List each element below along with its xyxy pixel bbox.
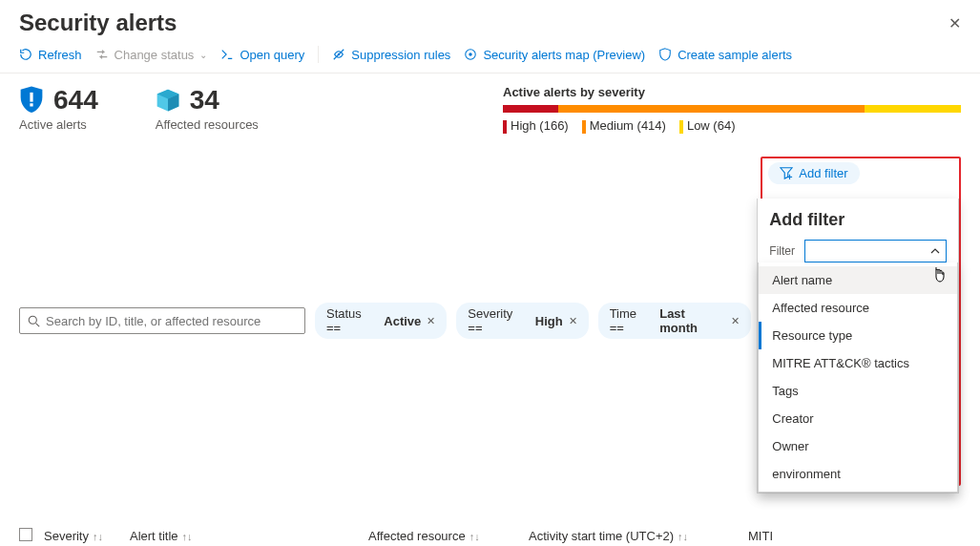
severity-bar-low [865,105,961,113]
filter-option-owner[interactable]: Owner [759,432,957,460]
change-status-button: Change status ⌄ [95,48,208,62]
col-title[interactable]: Alert title↑↓ [130,529,368,543]
shield-icon [658,48,672,61]
summary-bar: 644 Active alerts 34 Affected resources … [0,74,980,139]
search-box[interactable] [19,307,305,334]
sample-alerts-button[interactable]: Create sample alerts [658,48,792,62]
suppression-icon [332,48,345,61]
filter-pill-status[interactable]: Status == Active✕ [315,303,447,339]
filter-pill-severity[interactable]: Severity == High✕ [456,303,588,339]
toolbar: Refresh Change status ⌄ Open query Suppr… [0,42,980,74]
chevron-down-icon: ⌄ [199,50,207,60]
filter-option-tags[interactable]: Tags [759,377,957,405]
filter-option-affected-resource[interactable]: Affected resource [759,294,957,322]
col-mitre[interactable]: MITI [748,529,961,543]
active-alerts-metric: 644 Active alerts [19,85,98,132]
filters-bar: Status == Active✕ Severity == High✕ Time… [0,139,980,494]
filter-option-environment[interactable]: environment [759,460,957,488]
svg-rect-4 [30,93,32,102]
open-query-label: Open query [240,48,304,62]
table-header: Severity↑↓ Alert title↑↓ Affected resour… [11,522,961,546]
map-icon [464,48,477,61]
add-filter-title: Add filter [769,210,947,230]
filter-add-icon [780,166,793,179]
refresh-label: Refresh [38,48,82,62]
refresh-button[interactable]: Refresh [19,48,82,62]
severity-bar-medium [558,105,865,113]
alerts-table: Severity↑↓ Alert title↑↓ Affected resour… [0,522,980,546]
affected-resources-metric: 34 Affected resources [156,85,259,132]
filter-combobox[interactable] [804,240,947,262]
severity-bar-high [503,105,558,113]
filter-option-mitre[interactable]: MITRE ATT&CK® tactics [759,349,957,377]
severity-breakdown: Active alerts by severity High (166) Med… [503,85,961,134]
toolbar-separator [318,46,319,63]
close-button[interactable]: ✕ [949,14,961,32]
remove-filter-icon[interactable]: ✕ [427,315,435,327]
remove-filter-icon[interactable]: ✕ [731,315,740,327]
affected-resources-label: Affected resources [156,117,259,132]
svg-line-7 [36,323,40,326]
filter-pill-time[interactable]: Time == Last month✕ [598,303,752,339]
filter-option-creator[interactable]: Creator [759,405,957,432]
cube-icon [156,88,180,113]
sort-icon: ↑↓ [182,531,193,542]
affected-resources-count: 34 [190,85,219,116]
active-alerts-count: 644 [53,85,98,116]
sample-alerts-label: Create sample alerts [678,48,792,62]
svg-point-3 [469,52,473,56]
legend-medium: Medium (414) [582,118,666,134]
active-alerts-label: Active alerts [19,117,98,132]
open-query-button[interactable]: Open query [220,48,304,62]
search-input[interactable] [46,314,297,328]
page-title: Security alerts [19,10,177,36]
filter-field-label: Filter [769,244,795,258]
change-status-icon [95,48,109,61]
add-filter-label: Add filter [799,166,847,180]
select-all-checkbox[interactable] [19,528,32,541]
col-severity[interactable]: Severity↑↓ [44,529,130,543]
col-resource[interactable]: Affected resource↑↓ [368,529,529,543]
alerts-map-button[interactable]: Security alerts map (Preview) [464,48,645,62]
svg-rect-5 [30,103,32,106]
add-filter-highlight: Add filter Add filter Filter Alert name … [761,157,961,486]
sort-icon: ↑↓ [678,531,688,542]
filter-dropdown: Alert name Affected resource Resource ty… [758,262,958,493]
change-status-label: Change status [115,48,195,62]
add-filter-button[interactable]: Add filter [768,162,859,184]
refresh-icon [19,48,32,61]
legend-low: Low (64) [679,118,736,134]
sort-icon: ↑↓ [469,531,480,542]
filter-option-alert-name[interactable]: Alert name [759,266,957,294]
chevron-up-icon [930,248,940,254]
filter-option-resource-type[interactable]: Resource type [759,322,957,349]
cursor-icon [932,266,948,284]
svg-point-6 [29,316,36,324]
suppression-button[interactable]: Suppression rules [332,48,450,62]
suppression-label: Suppression rules [351,48,450,62]
sort-icon: ↑↓ [93,531,103,542]
alerts-map-label: Security alerts map (Preview) [483,48,645,62]
severity-title: Active alerts by severity [503,85,961,99]
col-time[interactable]: Activity start time (UTC+2)↑↓ [529,529,748,543]
shield-alert-icon [19,86,44,115]
remove-filter-icon[interactable]: ✕ [569,315,577,327]
add-filter-popover: Add filter Filter Alert name Affected re… [757,199,959,494]
legend-high: High (166) [503,118,569,134]
severity-bar [503,105,961,113]
search-icon [28,315,40,327]
query-icon [220,48,234,61]
